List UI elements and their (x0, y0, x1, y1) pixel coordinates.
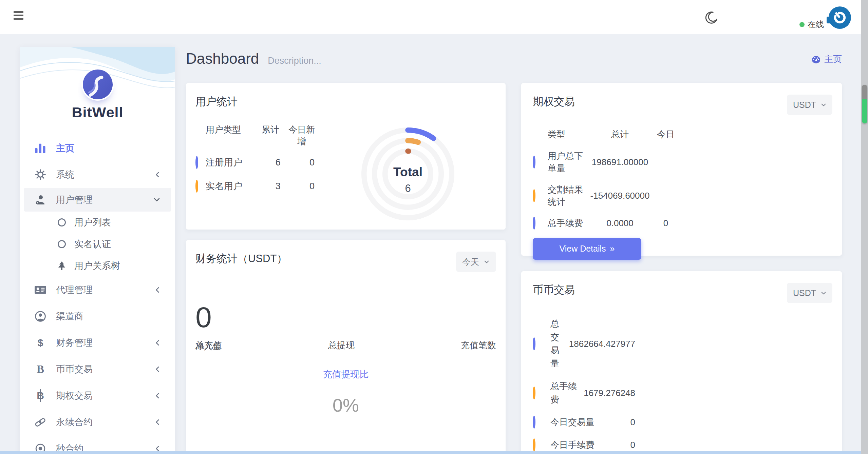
page-header: Dashboard Description... 主页 (186, 50, 842, 67)
chevron-down-icon (821, 103, 826, 107)
table-row: 总交易量 1862664.427977 (533, 317, 832, 370)
footer-label-total-recharge: 总充值 (195, 339, 222, 351)
page-title: Dashboard (186, 50, 259, 67)
col-header: 累计 (257, 124, 284, 147)
page-description: Description... (268, 56, 321, 66)
currency-select[interactable]: USDT (787, 283, 832, 303)
sidebar-item-perpetual-contract[interactable]: 永续合约 (20, 409, 175, 435)
period-select[interactable]: 今天 (456, 252, 496, 272)
table-row: 总手续费 1679.276248 (533, 380, 832, 406)
card-title: 期权交易 (533, 95, 575, 109)
chain-link-icon (34, 417, 47, 427)
sidebar-item-label: 币币交易 (56, 363, 155, 375)
card-finance-stats: 财务统计（USDT） 今天 0 净入金 充值提现比 0% 总充值 总提现 充值笔… (186, 240, 506, 454)
user-circle-icon (34, 311, 47, 322)
sidebar-item-finance-management[interactable]: $ 财务管理 (20, 330, 175, 356)
card-title: 财务统计（USDT） (195, 252, 287, 266)
table-row: 总手续费 0.0000 0 (533, 217, 832, 229)
sidebar-item-home[interactable]: 主页 (20, 135, 175, 161)
view-details-button[interactable]: View Details » (533, 238, 641, 260)
sidebar-subitem-label: 用户列表 (74, 216, 111, 229)
user-avatar[interactable] (829, 6, 851, 29)
breadcrumb[interactable]: 主页 (811, 53, 842, 65)
sidebar-item-spot-trading[interactable]: B 币币交易 (20, 356, 175, 382)
col-header: 类型 (548, 129, 588, 140)
table-row: 交割结果统计 -154069.60000 (533, 183, 832, 208)
online-status-label: 在线 (808, 19, 824, 30)
spot-trading-table: 总交易量 1862664.427977 总手续费 1679.276248 今日交… (533, 317, 832, 452)
radial-bar-chart: Total 6 (319, 123, 496, 225)
sidebar-subitem-label: 实名认证 (74, 238, 111, 250)
sidebar-item-system[interactable]: 系统 (20, 161, 175, 188)
chevron-left-icon (155, 172, 160, 178)
horizontal-scrollbar[interactable] (0, 451, 861, 454)
bar-chart-icon (34, 143, 47, 154)
footer-label-recharge-count: 充值笔数 (461, 339, 496, 351)
sidebar-subitem-label: 用户关系树 (74, 260, 120, 272)
user-stats-table: 用户类型 累计 今日新增 注册用户 6 0 实名用户 3 0 (195, 119, 319, 225)
circle-icon (57, 240, 67, 248)
sidebar-item-label: 期权交易 (56, 390, 155, 402)
sidebar-item-options-trading[interactable]: B 期权交易 (20, 382, 175, 409)
breadcrumb-label: 主页 (824, 53, 842, 65)
sidebar-item-channel[interactable]: 渠道商 (20, 303, 175, 330)
sidebar-item-label: 渠道商 (56, 310, 160, 322)
table-row: 今日交易量 0 (533, 416, 832, 429)
hamburger-menu-icon[interactable] (14, 11, 29, 23)
sidebar-item-label: 代理管理 (56, 284, 155, 296)
dashboard-gauge-icon (811, 54, 821, 64)
sidebar-item-agent-management[interactable]: 代理管理 (20, 277, 175, 303)
online-status: 在线 (799, 19, 824, 30)
table-row: 实名用户 3 0 (195, 180, 319, 192)
card-options-trading: 期权交易 USDT 类型 总计 今日 用户总下单量 198691.00000 交… (521, 83, 842, 256)
sidebar: BitWell 主页 (20, 47, 175, 454)
chevron-left-icon (155, 393, 160, 399)
sidebar-item-label: 系统 (56, 169, 155, 181)
chevron-down-icon (821, 291, 826, 295)
chart-center-title: Total (393, 165, 422, 179)
scrollbar-thumb[interactable] (862, 85, 867, 123)
sidebar-subitem-user-list[interactable]: 用户列表 (20, 212, 175, 233)
dark-mode-moon-icon[interactable] (703, 10, 719, 26)
power-logo-icon (829, 6, 851, 29)
options-trading-table: 类型 总计 今日 用户总下单量 198691.00000 交割结果统计 -154… (533, 129, 832, 229)
recharge-withdraw-ratio-link[interactable]: 充值提现比 (195, 368, 496, 380)
footer-label-total-withdraw: 总提现 (328, 339, 355, 351)
chart-center-value: 6 (405, 182, 411, 194)
col-header: 总计 (588, 129, 652, 140)
sidebar-item-label: 永续合约 (56, 416, 155, 428)
chevron-down-icon (153, 197, 160, 202)
circle-icon (57, 218, 67, 226)
double-arrow-icon: » (610, 244, 615, 254)
sidebar-item-user-management[interactable]: 用户管理 (24, 188, 171, 212)
top-bar: 在线 (0, 0, 861, 34)
table-row: 今日手续费 0 (533, 438, 832, 452)
sidebar-subitem-kyc[interactable]: 实名认证 (20, 233, 175, 255)
table-row: 用户总下单量 198691.00000 (533, 150, 832, 175)
chevron-left-icon (155, 287, 160, 293)
series-marker-icon (195, 181, 206, 192)
card-title: 用户统计 (195, 95, 496, 109)
brand-name: BitWell (20, 104, 175, 121)
sidebar-nav: 主页 系统 (20, 135, 175, 454)
letter-b-icon: B (34, 364, 47, 375)
user-gear-icon (34, 194, 47, 205)
col-header: 今日 (652, 129, 679, 140)
table-row: 注册用户 6 0 (195, 156, 319, 169)
series-marker-icon (533, 156, 548, 168)
series-marker-icon (195, 157, 206, 168)
card-user-stats: 用户统计 用户类型 累计 今日新增 注册用户 6 0 实名用户 3 0 (186, 83, 506, 230)
dollar-icon: $ (34, 338, 47, 348)
chevron-down-icon (484, 260, 489, 264)
series-marker-icon (533, 217, 548, 229)
series-marker-icon (533, 190, 548, 202)
bitwell-logo-sphere (81, 68, 114, 101)
vertical-scrollbar[interactable] (861, 0, 868, 454)
currency-select[interactable]: USDT (787, 95, 832, 115)
sidebar-subitem-user-tree[interactable]: 用户关系树 (20, 255, 175, 277)
sidebar-item-label: 财务管理 (56, 337, 155, 349)
series-marker-icon (533, 337, 550, 351)
series-marker-icon (533, 387, 550, 400)
card-title: 币币交易 (533, 283, 575, 297)
chevron-left-icon (155, 446, 160, 452)
